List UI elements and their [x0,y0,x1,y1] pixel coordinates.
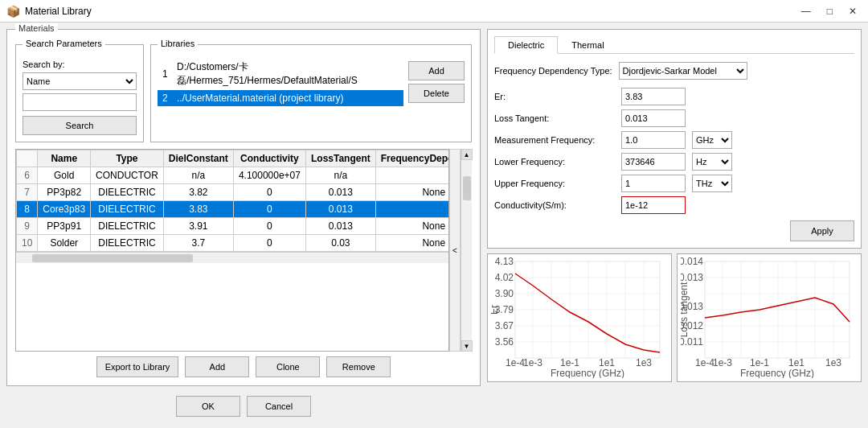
scroll-up-arrow[interactable]: ▲ [461,149,473,160]
svg-text:Frequency (GHz): Frequency (GHz) [551,368,624,378]
collapse-panel-button[interactable]: < [449,149,461,352]
er-chart: 4.13 4.02 3.90 3.79 3.67 3.56 Er 1e-4 1e… [487,253,672,382]
window-title: Material Library [25,6,92,17]
field-row: Er: [494,88,854,105]
svg-text:3.56: 3.56 [495,336,514,348]
materials-table: Name Type DielConstant Conductivity Loss… [15,149,449,352]
svg-text:1e-1: 1e-1 [560,357,579,368]
svg-text:1e-4: 1e-4 [506,357,525,368]
export-to-library-button[interactable]: Export to Library [96,356,179,377]
search-by-label: Search by: [23,60,137,69]
cell-freq [375,201,448,218]
tab-dielectric[interactable]: Dielectric [494,36,558,54]
add-material-button[interactable]: Add [185,356,249,377]
field-input[interactable] [621,175,686,192]
col-loss: LossTangent [305,150,375,167]
svg-text:1e3: 1e3 [636,357,652,368]
svg-text:3.90: 3.90 [495,288,514,299]
svg-text:1e-3: 1e-3 [523,357,542,368]
svg-text:3.67: 3.67 [495,320,514,331]
svg-text:Er: Er [491,305,500,315]
field-input[interactable] [621,109,686,127]
materials-panel-title: Materials [15,23,58,33]
clone-material-button[interactable]: Clone [256,356,320,377]
field-label: Lower Frequency: [494,157,615,167]
unit-select[interactable]: HzkHzMHzGHzTHz [692,131,732,149]
loss-chart-svg: 0.014 0.013 0.013 0.012 0.011 Loss tange… [681,257,858,378]
table-row[interactable]: 7 PP3p82 DIELECTRIC 3.82 0 0.013 None [17,184,449,201]
col-diel: DielConstant [163,150,233,167]
svg-text:1e1: 1e1 [599,357,615,368]
cell-loss: 0.03 [305,235,375,252]
cell-name: Core3p83 [38,201,91,218]
field-row: Measurement Frequency: HzkHzMHzGHzTHz [494,131,854,149]
scroll-down-arrow[interactable]: ▼ [461,340,473,352]
svg-text:1e-4: 1e-4 [695,357,714,368]
col-type: Type [91,150,164,167]
cell-cond: 0 [233,218,305,235]
minimize-button[interactable]: — [796,4,816,19]
libraries-panel: Libraries 1 D:/Customers/卡磊/Hermes_751/H… [150,44,472,142]
table-row[interactable]: 8 Core3p83 DIELECTRIC 3.83 0 0.013 [17,201,449,218]
vertical-scrollbar[interactable]: ▲ ▼ [461,149,472,352]
field-row: Lower Frequency: HzkHzMHzGHzTHz [494,153,854,171]
cell-diel: 3.91 [163,218,233,235]
freq-dep-label: Frequency Dependency Type: [494,66,612,76]
svg-text:4.02: 4.02 [495,272,514,283]
horizontal-scrollbar[interactable] [16,252,448,263]
remove-material-button[interactable]: Remove [326,356,391,377]
svg-text:1e1: 1e1 [788,357,805,368]
search-by-select[interactable]: Name Type [23,72,137,90]
table-row[interactable]: 6 Gold CONDUCTOR n/a 4.100000e+07 n/a [17,167,449,184]
svg-text:Loss tangent: Loss tangent [681,282,690,337]
svg-text:1e-1: 1e-1 [750,357,769,368]
field-row: Upper Frequency: HzkHzMHzGHzTHz [494,175,854,192]
unit-select[interactable]: HzkHzMHzGHzTHz [692,175,732,192]
cell-loss: 0.013 [305,218,375,235]
field-input[interactable] [621,153,686,171]
close-button[interactable]: ✕ [844,4,862,19]
cell-type: DIELECTRIC [91,201,164,218]
field-label: Conductivity(S/m): [494,200,615,210]
table-row[interactable]: 9 PP3p91 DIELECTRIC 3.91 0 0.013 None [17,218,449,235]
field-input[interactable] [621,88,686,105]
freq-dep-select[interactable]: Djordjevic-Sarkar Model None Debye Model… [619,62,747,80]
row-num: 9 [17,218,38,235]
row-num: 8 [17,201,38,218]
properties-panel: Dielectric Thermal Frequency Dependency … [487,29,862,249]
apply-button[interactable]: Apply [790,220,854,241]
svg-text:1e3: 1e3 [825,357,841,368]
maximize-button[interactable]: □ [822,4,837,19]
libraries-title: Libraries [158,39,198,48]
cell-cond: 0 [233,235,305,252]
cell-diel: 3.7 [163,235,233,252]
cell-name: PP3p91 [38,218,91,235]
field-input[interactable] [621,131,686,149]
unit-select[interactable]: HzkHzMHzGHzTHz [692,153,732,171]
tab-thermal[interactable]: Thermal [558,36,617,54]
cancel-button[interactable]: Cancel [247,396,311,417]
ok-button[interactable]: OK [176,396,240,417]
col-name: Name [38,150,91,167]
cell-name: Solder [38,235,91,252]
search-params-panel: Search Parameters Search by: Name Type S… [15,44,144,142]
row-num: 10 [17,235,38,252]
cell-loss: n/a [305,167,375,184]
cell-name: Gold [38,167,91,184]
field-input[interactable] [621,196,686,214]
cell-cond: 0 [233,184,305,201]
library-add-button[interactable]: Add [408,61,465,80]
library-item-1[interactable]: 1 D:/Customers/卡磊/Hermes_751/Hermes/Defa… [158,58,403,90]
cell-freq: None [375,218,448,235]
search-text-input[interactable] [23,93,137,111]
cell-cond: 4.100000e+07 [233,167,305,184]
col-cond: Conductivity [233,150,305,167]
table-row[interactable]: 10 Solder DIELECTRIC 3.7 0 0.03 None [17,235,449,252]
svg-text:1e-3: 1e-3 [713,357,732,368]
cell-name: PP3p82 [38,184,91,201]
fields-container: Er: Loss Tangent: Measurement Frequency:… [494,88,854,214]
library-delete-button[interactable]: Delete [408,84,465,103]
col-num [17,150,38,167]
search-button[interactable]: Search [23,116,137,135]
library-item-2[interactable]: 2 ../UserMaterial.material (project libr… [158,90,403,106]
